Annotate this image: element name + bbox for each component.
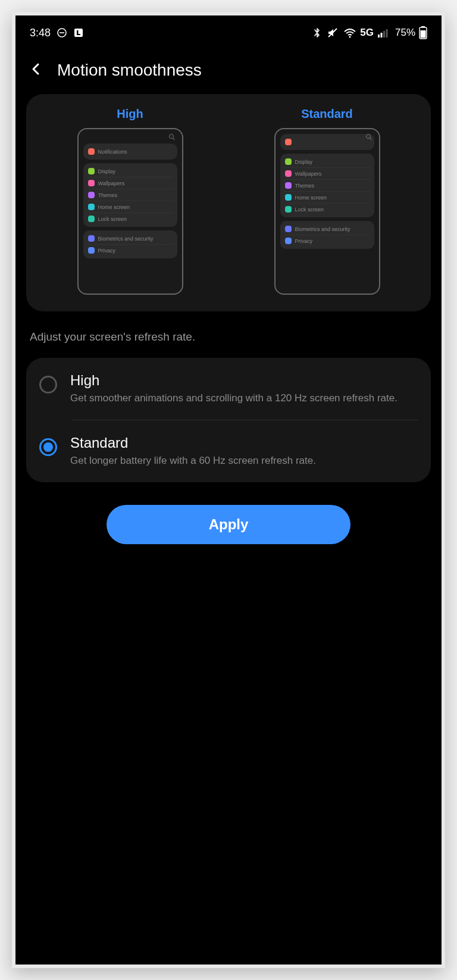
lock-screen-icon <box>88 216 95 222</box>
mini-item-label: Themes <box>98 192 118 198</box>
preview-standard[interactable]: Standard Display Wallpapers Themes Home … <box>234 107 420 295</box>
mini-item-label: Display <box>98 168 116 174</box>
privacy-icon <box>88 247 95 254</box>
biometrics-icon <box>285 226 292 232</box>
mini-phone-high: Notifications Display Wallpapers Themes … <box>77 128 183 295</box>
home-screen-icon <box>88 204 95 210</box>
svg-rect-1 <box>60 32 64 33</box>
radio-unchecked-icon[interactable] <box>39 376 57 394</box>
mini-item-label <box>295 139 297 145</box>
svg-rect-2 <box>74 29 83 37</box>
svg-rect-13 <box>421 30 426 38</box>
mini-item-label: Lock screen <box>98 216 127 222</box>
mini-item-label: Home screen <box>295 195 327 201</box>
option-standard[interactable]: Standard Get longer battery life with a … <box>26 420 431 482</box>
mute-icon <box>327 27 339 39</box>
page-title: Motion smoothness <box>57 61 202 80</box>
battery-label: 75% <box>395 27 415 39</box>
network-label: 5G <box>360 27 374 39</box>
display-icon <box>285 158 292 165</box>
preview-high[interactable]: High Notifications Display Wallpapers Th… <box>37 107 223 295</box>
mini-item-label: Lock screen <box>295 207 324 213</box>
apply-button[interactable]: Apply <box>107 505 350 544</box>
battery-icon <box>419 26 427 39</box>
mini-item-label: Wallpapers <box>98 180 125 186</box>
privacy-icon <box>285 238 292 244</box>
wallpapers-icon <box>88 180 95 186</box>
dnd-icon <box>57 27 67 38</box>
signal-icon <box>377 27 389 38</box>
options-card: High Get smoother animations and scrolli… <box>26 358 431 482</box>
notifications-icon <box>88 148 95 155</box>
biometrics-icon <box>88 235 95 242</box>
preview-card: High Notifications Display Wallpapers Th… <box>26 94 431 311</box>
section-description: Adjust your screen's refresh rate. <box>15 311 442 358</box>
app-badge-icon <box>73 27 84 38</box>
display-icon <box>88 168 95 174</box>
mini-item-label: Privacy <box>295 238 313 244</box>
wifi-icon <box>343 27 356 39</box>
preview-standard-label: Standard <box>301 107 353 121</box>
preview-high-label: High <box>117 107 143 121</box>
status-bar: 3:48 5G 75% <box>15 15 442 50</box>
mini-item-label: Wallpapers <box>295 171 322 177</box>
search-icon <box>169 134 174 139</box>
option-high[interactable]: High Get smoother animations and scrolli… <box>26 358 431 420</box>
themes-icon <box>88 192 95 198</box>
status-bar-right: 5G 75% <box>312 26 427 39</box>
mini-item-label: Home screen <box>98 204 130 210</box>
chevron-left-icon <box>29 62 43 76</box>
svg-rect-10 <box>386 29 387 38</box>
mini-item-label: Themes <box>295 183 315 189</box>
bluetooth-icon <box>312 27 322 39</box>
back-button[interactable] <box>29 62 43 79</box>
home-screen-icon <box>285 194 292 201</box>
mini-item-label: Notifications <box>98 149 127 155</box>
svg-rect-9 <box>383 31 385 38</box>
svg-rect-8 <box>380 33 382 38</box>
svg-rect-4 <box>77 34 80 35</box>
mini-item-label: Privacy <box>98 248 116 254</box>
notifications-icon <box>285 139 292 145</box>
option-high-title: High <box>70 372 418 389</box>
option-standard-subtitle: Get longer battery life with a 60 Hz scr… <box>70 454 418 468</box>
lock-screen-icon <box>285 206 292 213</box>
mini-item-label: Biometrics and security <box>295 226 350 232</box>
svg-rect-7 <box>378 35 380 38</box>
mini-phone-standard: Display Wallpapers Themes Home screen Lo… <box>274 128 380 295</box>
themes-icon <box>285 182 292 189</box>
search-icon <box>366 134 371 139</box>
radio-checked-icon[interactable] <box>39 438 57 456</box>
status-time: 3:48 <box>30 27 51 39</box>
mini-item-label: Display <box>295 159 313 165</box>
option-standard-title: Standard <box>70 435 418 451</box>
svg-point-6 <box>349 36 351 38</box>
status-bar-left: 3:48 <box>30 27 84 39</box>
page-header: Motion smoothness <box>15 50 442 94</box>
wallpapers-icon <box>285 170 292 177</box>
device-screen: 3:48 5G 75% <box>12 12 445 968</box>
mini-item-label: Biometrics and security <box>98 236 154 242</box>
option-high-subtitle: Get smoother animations and scrolling wi… <box>70 391 418 405</box>
